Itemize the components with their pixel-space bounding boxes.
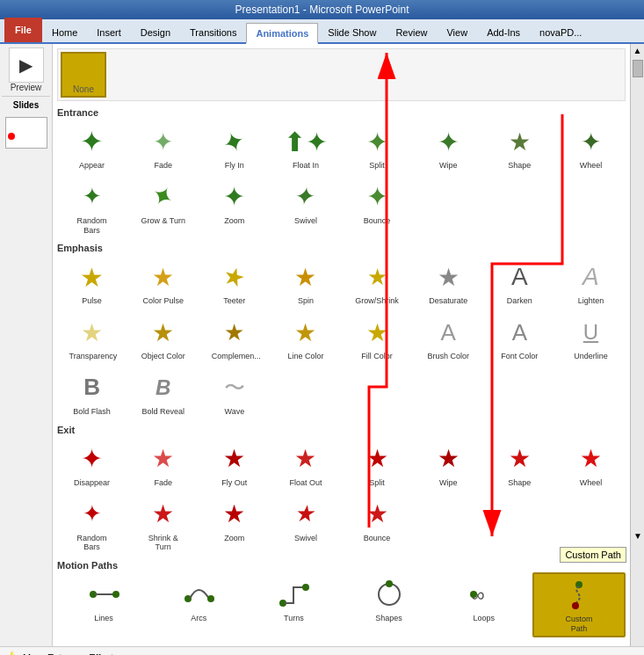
wipe-entrance-icon: ✦ xyxy=(429,122,467,161)
anim-boldreveal[interactable]: B Bold Reveal xyxy=(128,366,198,419)
anim-wipe-exit[interactable]: ★ Wipe xyxy=(414,437,483,491)
scroll-thumb[interactable] xyxy=(633,60,643,77)
anim-brushcolor[interactable]: A Brush Color xyxy=(414,310,483,364)
preview-button[interactable]: ▶ Preview xyxy=(9,47,44,92)
bounce-entrance-label: Bounce xyxy=(364,216,391,226)
anim-shapes[interactable]: Shapes xyxy=(342,572,435,637)
anim-spin[interactable]: ★ Spin xyxy=(271,255,340,309)
anim-split-entrance[interactable]: ✦ Split xyxy=(343,120,412,173)
anim-wave[interactable]: 〜 Wave xyxy=(199,366,269,419)
anim-transparency[interactable]: ★ Transparency xyxy=(57,310,127,364)
anim-wheel-entrance[interactable]: ✦ Wheel xyxy=(556,120,626,173)
wipe-entrance-label: Wipe xyxy=(439,161,458,171)
anim-flyin[interactable]: ✦ Fly In xyxy=(199,120,269,173)
appear-icon: ✦ xyxy=(73,122,112,161)
anim-zoom-exit[interactable]: ★ Zoom xyxy=(199,492,269,556)
anim-darken[interactable]: A Darken xyxy=(485,255,554,309)
tab-novapdf[interactable]: novaPD... xyxy=(530,21,591,42)
anim-shape-exit[interactable]: ★ Shape xyxy=(485,437,554,491)
tab-design[interactable]: Design xyxy=(131,21,180,42)
tab-review[interactable]: Review xyxy=(386,21,437,42)
randombars-entrance-icon: ✦ xyxy=(73,178,112,216)
anim-fade-entrance[interactable]: ✦ Fade xyxy=(128,120,198,173)
anim-boldflash[interactable]: B Bold Flash xyxy=(57,366,127,419)
motion-paths-section-label: Motion Paths xyxy=(57,557,626,572)
anim-growshrink[interactable]: ★ Grow/Shrink xyxy=(343,255,412,309)
anim-bounce-exit[interactable]: ★ Bounce xyxy=(343,492,412,556)
none-item[interactable]: ★ None xyxy=(61,52,106,98)
swivel-entrance-label: Swivel xyxy=(294,216,317,226)
anim-zoom-entrance[interactable]: ✦ Zoom xyxy=(199,175,269,238)
tab-insert[interactable]: Insert xyxy=(87,21,131,42)
split-entrance-label: Split xyxy=(369,161,385,171)
anim-objectcolor[interactable]: ★ Object Color xyxy=(128,310,198,364)
zoom-entrance-label: Zoom xyxy=(224,216,244,226)
anim-custompath[interactable]: Custom Path xyxy=(532,572,626,637)
anim-shape-entrance[interactable]: ★ Shape xyxy=(485,120,554,173)
tab-view[interactable]: View xyxy=(437,21,477,42)
anim-arcs[interactable]: Arcs xyxy=(152,572,245,637)
anim-linecolor[interactable]: ★ Line Color xyxy=(271,310,340,364)
anim-loops[interactable]: ∞ Loops xyxy=(438,572,531,637)
scroll-up-arrow[interactable]: ▲ xyxy=(633,46,642,55)
anim-fade-exit[interactable]: ★ Fade xyxy=(128,437,198,491)
turns-icon xyxy=(276,577,311,612)
entrance-section-label: Entrance xyxy=(57,105,626,120)
entrance-effects-icon: ⭐ xyxy=(4,651,18,655)
anim-disappear[interactable]: ✦ Disappear xyxy=(57,437,127,491)
preview-icon: ▶ xyxy=(9,47,44,83)
anim-colorpulse[interactable]: ★ Color Pulse xyxy=(128,255,198,309)
tab-addins[interactable]: Add-Ins xyxy=(477,21,530,42)
slide-dot xyxy=(8,133,15,140)
svg-point-4 xyxy=(207,595,214,602)
anim-bounce-entrance[interactable]: ✦ Bounce xyxy=(343,175,412,238)
anim-randombars-entrance[interactable]: ✦ Random Bars xyxy=(57,175,127,238)
anim-growturn[interactable]: ✦ Grow & Turn xyxy=(128,175,198,238)
arcs-icon xyxy=(181,577,216,612)
anim-wheel-exit[interactable]: ★ Wheel xyxy=(556,437,626,491)
entrance-grid: ✦ Appear ✦ Fade ✦ Fly In ⬆✦ xyxy=(57,120,626,237)
svg-point-8 xyxy=(386,580,393,587)
anim-split-exit[interactable]: ★ Split xyxy=(343,437,412,491)
motion-paths-grid: Lines Arcs xyxy=(57,572,626,637)
swivel-entrance-icon: ✦ xyxy=(286,178,325,216)
anim-floatin[interactable]: ⬆✦ Float In xyxy=(271,120,340,173)
anim-underline[interactable]: U Underline xyxy=(556,310,626,364)
exit-section-label: Exit xyxy=(57,422,626,437)
shape-entrance-icon: ★ xyxy=(500,122,539,161)
tab-animations[interactable]: Animations xyxy=(246,23,318,44)
anim-fontcolor[interactable]: A Font Color xyxy=(485,310,554,364)
anim-pulse[interactable]: ★ Pulse xyxy=(57,255,127,309)
anim-flyout[interactable]: ★ Fly Out xyxy=(199,437,269,491)
anim-appear[interactable]: ✦ Appear xyxy=(57,120,127,173)
anim-shrinkturn[interactable]: ★ Shrink & Turn xyxy=(128,492,198,556)
anim-complemen[interactable]: ★ Complemen... xyxy=(199,310,269,364)
tooltip-text: Custom Path xyxy=(565,549,621,560)
tab-slideshow[interactable]: Slide Show xyxy=(318,21,386,42)
anim-wipe-entrance[interactable]: ✦ Wipe xyxy=(414,120,483,173)
anim-lighten[interactable]: A Lighten xyxy=(556,255,626,309)
anim-lines[interactable]: Lines xyxy=(57,572,150,637)
anim-floatout[interactable]: ★ Float Out xyxy=(271,437,340,491)
anim-fillcolor[interactable]: ★ Fill Color xyxy=(343,310,412,364)
anim-swivel-exit[interactable]: ★ Swivel xyxy=(271,492,340,556)
tab-file[interactable]: File xyxy=(4,18,42,42)
anim-randombars-exit[interactable]: ✦ Random Bars xyxy=(57,492,127,556)
anim-swivel-entrance[interactable]: ✦ Swivel xyxy=(271,175,340,238)
slide-thumbnail[interactable] xyxy=(5,117,47,149)
scrollbar[interactable]: ▲ ▼ xyxy=(630,44,644,646)
main-content: ▶ Preview Slides 1 ★ None xyxy=(0,44,644,655)
floatin-icon: ⬆✦ xyxy=(286,122,325,161)
tab-transitions[interactable]: Transitions xyxy=(180,21,246,42)
svg-point-2 xyxy=(112,591,119,598)
none-label: None xyxy=(73,84,94,94)
tab-home[interactable]: Home xyxy=(42,21,87,42)
scroll-down-arrow[interactable]: ▼ xyxy=(633,531,642,541)
anim-desaturate[interactable]: ★ Desaturate xyxy=(414,255,483,309)
emphasis-section-label: Emphasis xyxy=(57,240,626,255)
fade-entrance-icon: ✦ xyxy=(144,122,183,161)
more-entrance-effects[interactable]: ⭐ More Entrance Effects... xyxy=(4,650,640,655)
bottom-menu: ⭐ More Entrance Effects... ⭐ More Emphas… xyxy=(0,646,644,655)
anim-turns[interactable]: Turns xyxy=(247,572,340,637)
anim-teeter[interactable]: ★ Teeter xyxy=(199,255,269,309)
